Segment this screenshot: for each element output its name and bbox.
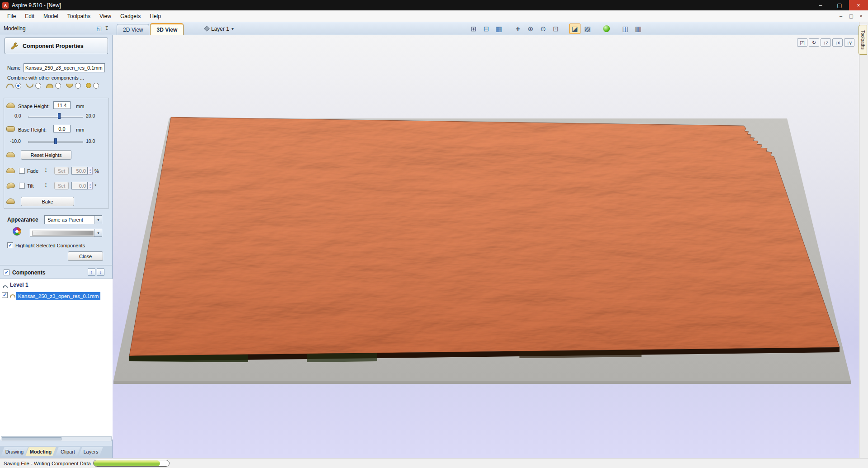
component-checkbox[interactable]: ✓	[2, 292, 8, 298]
combine-option-add[interactable]	[6, 82, 21, 89]
mdi-close-icon[interactable]: ×	[860, 13, 863, 19]
combine-option-merge-low[interactable]	[66, 82, 81, 89]
shaded-view-toggle-icon[interactable]: ◪	[569, 24, 580, 34]
menu-edit[interactable]: Edit	[20, 11, 39, 21]
component-name[interactable]: Kansas_250_z3_open_res_0.1mm	[16, 292, 100, 300]
move-up-button[interactable]: ↑	[88, 268, 95, 276]
move-down-button[interactable]: ↓	[97, 268, 104, 276]
zoom-to-material-icon[interactable]: ⊟	[481, 24, 492, 34]
fade-direction-icon[interactable]: ↕	[44, 166, 47, 173]
tilt-checkbox[interactable]	[19, 183, 25, 189]
split-pane-icon[interactable]: ▥	[632, 24, 644, 34]
application-window: A Aspire 9.510 - [New] – ▢ × File Edit M…	[0, 0, 868, 468]
layer-selector[interactable]: Layer 1 ▾	[202, 24, 236, 33]
close-panel-button[interactable]: Close	[68, 251, 103, 261]
minimize-button[interactable]: –	[811, 0, 830, 10]
pan-view-icon[interactable]: +	[512, 24, 524, 34]
tab-clipart[interactable]: Clipart	[55, 447, 80, 456]
reset-heights-button[interactable]: Reset Heights	[21, 150, 71, 160]
tree-h-scrollbar[interactable]	[1, 436, 112, 441]
material-slab-edge	[113, 381, 851, 384]
level-row[interactable]: Level 1	[3, 284, 8, 289]
fade-icon	[6, 168, 15, 173]
material-color-icon[interactable]	[601, 24, 612, 34]
menu-model[interactable]: Model	[39, 11, 63, 21]
component-row[interactable]: ✓ Kansas_250_z3_open_res_0.1mm	[0, 292, 113, 300]
mdi-minimize-icon[interactable]: –	[840, 13, 842, 19]
component-properties-header: Component Properties	[5, 38, 108, 54]
zoom-dynamic-icon[interactable]: ⊕	[525, 24, 536, 34]
components-checkbox[interactable]: ✓	[4, 269, 9, 275]
combine-multiply-radio[interactable]	[93, 83, 99, 89]
combine-label: Combine with other components ...	[7, 75, 84, 80]
name-label: Name	[7, 65, 20, 71]
mdi-restore-icon[interactable]: ▢	[849, 13, 853, 19]
base-height-slider-handle[interactable]	[54, 138, 57, 144]
down-y-view-icon[interactable]: ↓y	[844, 38, 854, 47]
tilt-label: Tilt	[27, 183, 33, 189]
menu-help[interactable]: Help	[145, 11, 165, 21]
highlight-checkbox[interactable]: ✓	[7, 242, 13, 248]
shape-height-slider-handle[interactable]	[58, 113, 61, 119]
appearance-select[interactable]: Same as Parent ▼	[44, 215, 102, 224]
combine-merge-low-radio[interactable]	[75, 83, 81, 89]
toolstrip: Modeling ◱ ↧ 2D View 3D View Layer 1 ▾ ⊞…	[0, 22, 868, 35]
3d-model-kansas[interactable]	[113, 35, 859, 458]
panel-caption-label: Modeling	[4, 25, 26, 32]
zoom-box-icon[interactable]: ⊡	[550, 24, 561, 34]
rotate-view-icon[interactable]: ↻	[809, 38, 819, 47]
shape-height-input[interactable]	[53, 101, 71, 109]
close-button[interactable]: ×	[849, 0, 868, 10]
combine-merge-high-radio[interactable]	[55, 83, 61, 89]
shape-height-slider-track[interactable]	[28, 116, 83, 118]
tab-modeling[interactable]: Modeling	[25, 447, 56, 456]
toolpaths-tab[interactable]: Toolpaths	[859, 25, 867, 55]
restore-button[interactable]: ▢	[830, 0, 849, 10]
name-input[interactable]	[24, 63, 105, 72]
3d-viewport[interactable]: ◰ ↻ ↓z ↓x ↓y	[113, 35, 859, 458]
combine-add-radio[interactable]	[15, 83, 21, 89]
zoom-to-drawing-icon[interactable]: ⊞	[468, 24, 479, 34]
down-z-view-icon[interactable]: ↓z	[821, 38, 831, 47]
bake-button[interactable]: Bake	[21, 197, 74, 206]
down-x-view-icon[interactable]: ↓x	[832, 38, 843, 47]
tree-h-scrollbar-thumb[interactable]	[2, 437, 61, 440]
menubar: File Edit Model Toolpaths View Gadgets H…	[0, 10, 868, 22]
app-icon: A	[2, 2, 9, 9]
tab-3d-view[interactable]: 3D View	[150, 23, 184, 35]
fade-label: Fade	[27, 168, 38, 174]
component-properties-title: Component Properties	[23, 43, 84, 49]
combine-subtract-radio[interactable]	[35, 83, 41, 89]
tab-2d-view[interactable]: 2D View	[117, 24, 149, 35]
base-height-input[interactable]	[53, 125, 71, 132]
zoom-extents-icon[interactable]: ⊙	[538, 24, 549, 34]
progress-fill	[94, 460, 160, 466]
menu-gadgets[interactable]: Gadgets	[116, 11, 145, 21]
color-swatch-select[interactable]: ▼	[30, 229, 102, 237]
section-divider	[0, 265, 113, 265]
tilt-direction-icon[interactable]: ↕	[44, 181, 47, 188]
terrain-model[interactable]	[129, 117, 840, 362]
combine-option-subtract[interactable]	[26, 82, 41, 89]
combine-option-multiply[interactable]	[86, 82, 99, 89]
wrench-icon	[10, 42, 19, 50]
palette-icon[interactable]	[13, 227, 21, 236]
menu-toolpaths[interactable]: Toolpaths	[63, 11, 95, 21]
fade-checkbox[interactable]	[19, 168, 25, 174]
view-tabs: 2D View 3D View	[117, 23, 184, 35]
fade-unit: %	[94, 168, 99, 174]
menu-file[interactable]: File	[3, 11, 20, 21]
snap-grid-icon[interactable]: ▦	[493, 24, 505, 34]
single-pane-icon[interactable]: ◫	[620, 24, 631, 34]
tab-layers[interactable]: Layers	[79, 447, 103, 456]
combine-option-merge-high[interactable]	[46, 82, 61, 89]
panel-dock-icon[interactable]: ◱	[97, 25, 102, 32]
panel-pin-icon[interactable]: ↧	[104, 25, 109, 32]
tab-drawing[interactable]: Drawing	[1, 447, 28, 456]
tilt-spinner: ▴▾	[88, 182, 93, 189]
view-toolbar: ⊞ ⊟ ▦ + ⊕ ⊙ ⊡ ◪ ▨ ◫ ▥	[468, 23, 644, 34]
draw-toolpaths-icon[interactable]: ▨	[582, 24, 593, 34]
iso-view-icon[interactable]: ◰	[797, 38, 807, 47]
menu-view[interactable]: View	[95, 11, 116, 21]
components-header: ✓ Components ↑ ↓	[0, 267, 113, 279]
